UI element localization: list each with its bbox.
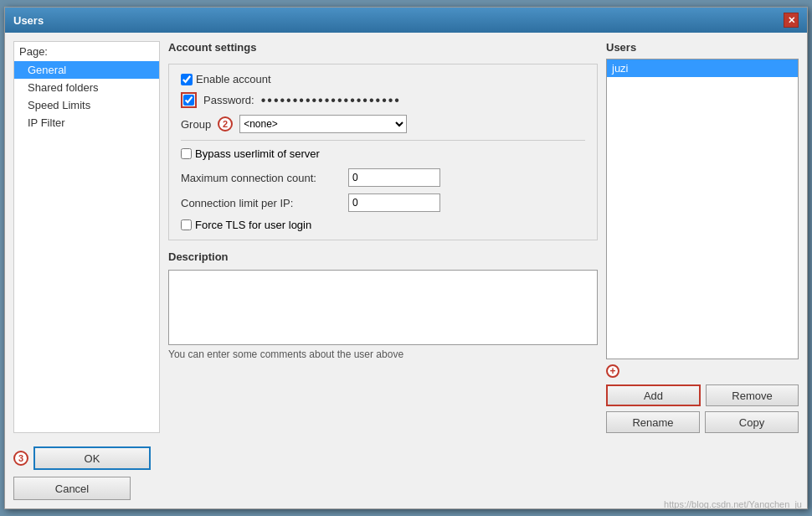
group-label: Group xyxy=(181,118,211,131)
bypass-row: Bypass userlimit of server xyxy=(181,147,585,160)
sidebar-header: Page: xyxy=(14,42,159,61)
max-connection-input[interactable] xyxy=(348,168,440,187)
main-content: Account settings Enable account Password… xyxy=(168,41,598,433)
bypass-checkbox[interactable] xyxy=(181,148,192,159)
title-bar: Users ✕ xyxy=(5,8,807,33)
sidebar-item-ip-filter[interactable]: IP Filter xyxy=(14,114,159,132)
ok-button[interactable]: OK xyxy=(33,446,151,470)
password-checkbox[interactable] xyxy=(183,95,194,106)
dialog-window: Users ✕ Page: General Shared folders Spe… xyxy=(4,7,808,509)
enable-account-label: Enable account xyxy=(196,73,271,85)
right-buttons: Add Remove Rename Copy xyxy=(606,384,799,433)
sidebar-item-general[interactable]: General xyxy=(14,61,159,79)
description-textarea[interactable] xyxy=(168,270,598,345)
footer-circle-badge: 3 xyxy=(13,451,28,466)
separator-1 xyxy=(181,140,585,141)
description-section: Description You can enter some comments … xyxy=(168,250,598,360)
enable-account-checkbox[interactable] xyxy=(181,74,193,85)
password-mask: •••••••••••••••••••••• xyxy=(261,93,401,108)
dialog-footer: 3 OK Cancel xyxy=(5,441,807,508)
dialog-body: Page: General Shared folders Speed Limit… xyxy=(5,33,807,441)
add-circle-icon: + xyxy=(606,364,619,378)
users-panel-title: Users xyxy=(606,41,799,54)
password-checkbox-wrapper xyxy=(181,92,197,108)
max-connection-label: Maximum connection count: xyxy=(181,172,348,184)
cancel-button[interactable]: Cancel xyxy=(13,477,131,500)
user-list-item-juzi[interactable]: juzi xyxy=(607,59,798,77)
account-settings-title: Account settings xyxy=(168,41,598,54)
bypass-label: Bypass userlimit of server xyxy=(195,147,320,160)
rename-button[interactable]: Rename xyxy=(606,411,700,433)
connection-per-ip-row: Connection limit per IP: xyxy=(181,194,585,212)
password-row: Password: •••••••••••••••••••••• xyxy=(181,92,585,108)
connection-per-ip-input[interactable] xyxy=(348,194,440,212)
enable-account-checkbox-container: Enable account xyxy=(181,73,271,85)
tls-checkbox[interactable] xyxy=(181,219,192,230)
remove-button[interactable]: Remove xyxy=(706,384,799,406)
max-connection-row: Maximum connection count: xyxy=(181,168,585,187)
enable-account-row: Enable account xyxy=(181,73,585,85)
watermark-text: https://blog.csdn.net/Yangchen_ju xyxy=(664,499,802,509)
description-hint: You can enter some comments about the us… xyxy=(168,348,598,360)
close-button[interactable]: ✕ xyxy=(784,13,799,28)
sidebar-item-speed-limits[interactable]: Speed Limits xyxy=(14,96,159,114)
group-row: Group 2 <none> xyxy=(181,115,585,133)
rename-copy-row: Rename Copy xyxy=(606,411,799,433)
add-remove-row: Add Remove xyxy=(606,384,799,406)
add-button[interactable]: Add xyxy=(606,384,701,406)
password-label: Password: xyxy=(203,94,254,106)
account-settings-panel: Enable account Password: •••••••••••••••… xyxy=(168,64,598,240)
group-select[interactable]: <none> xyxy=(239,115,407,133)
right-panel: Users juzi + Add Remove Rename Copy xyxy=(606,41,799,433)
users-list: juzi xyxy=(606,59,799,359)
description-title: Description xyxy=(168,250,598,263)
dialog-title: Users xyxy=(13,14,44,27)
tls-label: Force TLS for user login xyxy=(195,219,311,231)
connection-per-ip-label: Connection limit per IP: xyxy=(181,197,348,209)
copy-button[interactable]: Copy xyxy=(705,411,799,433)
group-circle-badge: 2 xyxy=(218,116,233,132)
sidebar: Page: General Shared folders Speed Limit… xyxy=(13,41,160,433)
tls-row: Force TLS for user login xyxy=(181,219,585,231)
sidebar-item-shared-folders[interactable]: Shared folders xyxy=(14,79,159,96)
